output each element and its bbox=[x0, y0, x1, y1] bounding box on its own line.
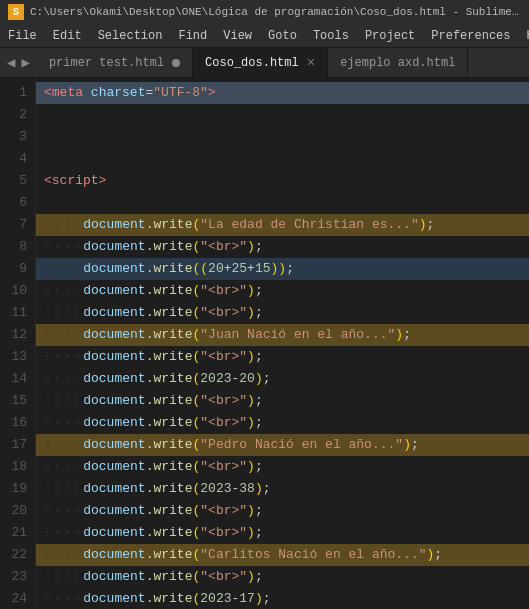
ln-18: 18 bbox=[10, 456, 27, 478]
code-line-6 bbox=[36, 192, 529, 214]
title-bar: S C:\Users\Okami\Desktop\ONE\Lógica de p… bbox=[0, 0, 529, 24]
code-line-3 bbox=[36, 126, 529, 148]
ln-23: 23 bbox=[10, 566, 27, 588]
tab-primer-dot bbox=[172, 59, 180, 67]
tab-coso-label: Coso_dos.html bbox=[205, 56, 299, 70]
menu-project[interactable]: Project bbox=[357, 24, 423, 47]
ln-20: 20 bbox=[10, 500, 27, 522]
menu-find[interactable]: Find bbox=[170, 24, 215, 47]
code-line-2 bbox=[36, 104, 529, 126]
code-line-17: ····document.write("Pedro Nació en el añ… bbox=[36, 434, 529, 456]
code-editor[interactable]: <meta charset="UTF-8"> <script> ····docu… bbox=[36, 78, 529, 609]
ln-24: 24 bbox=[10, 588, 27, 609]
nav-back-arrow[interactable]: ◀ bbox=[4, 54, 18, 71]
ln-11: 11 bbox=[10, 302, 27, 324]
nav-arrows: ◀ ▶ bbox=[0, 48, 37, 77]
code-line-21: ····document.write("<br>"); bbox=[36, 522, 529, 544]
code-line-19: ····document.write(2023-38); bbox=[36, 478, 529, 500]
ln-3: 3 bbox=[10, 126, 27, 148]
menu-help[interactable]: Help bbox=[519, 24, 529, 47]
tab-primer-test[interactable]: primer test.html bbox=[37, 48, 193, 77]
menu-edit[interactable]: Edit bbox=[45, 24, 90, 47]
code-line-5: <script> bbox=[36, 170, 529, 192]
ln-1: 1 bbox=[10, 82, 27, 104]
code-line-13: ····document.write("<br>"); bbox=[36, 346, 529, 368]
line-numbers: 1 2 3 4 5 6 7 8 9 10 11 12 13 14 15 16 1… bbox=[0, 78, 36, 609]
tab-primer-label: primer test.html bbox=[49, 56, 164, 70]
code-line-8: ····document.write("<br>"); bbox=[36, 236, 529, 258]
ln-13: 13 bbox=[10, 346, 27, 368]
ln-17: 17 bbox=[10, 434, 27, 456]
ln-16: 16 bbox=[10, 412, 27, 434]
menu-selection[interactable]: Selection bbox=[90, 24, 171, 47]
tab-ejemplo-axd[interactable]: ejemplo axd.html bbox=[328, 48, 468, 77]
ln-10: 10 bbox=[10, 280, 27, 302]
code-line-23: ····document.write("<br>"); bbox=[36, 566, 529, 588]
tab-close-button[interactable]: × bbox=[307, 56, 315, 70]
editor: 1 2 3 4 5 6 7 8 9 10 11 12 13 14 15 16 1… bbox=[0, 78, 529, 609]
ln-22: 22 bbox=[10, 544, 27, 566]
ln-5: 5 bbox=[10, 170, 27, 192]
code-line-22: ····document.write("Carlitos Nació en el… bbox=[36, 544, 529, 566]
ln-14: 14 bbox=[10, 368, 27, 390]
code-line-18: ····document.write("<br>"); bbox=[36, 456, 529, 478]
tab-bar: ◀ ▶ primer test.html Coso_dos.html × eje… bbox=[0, 48, 529, 78]
menu-bar: File Edit Selection Find View Goto Tools… bbox=[0, 24, 529, 48]
window-title: C:\Users\Okami\Desktop\ONE\Lógica de pro… bbox=[30, 6, 521, 18]
ln-4: 4 bbox=[10, 148, 27, 170]
ln-7: 7 bbox=[10, 214, 27, 236]
ln-12: 12 bbox=[10, 324, 27, 346]
ln-15: 15 bbox=[10, 390, 27, 412]
ln-8: 8 bbox=[10, 236, 27, 258]
ln-6: 6 bbox=[10, 192, 27, 214]
code-line-1: <meta charset="UTF-8"> bbox=[36, 82, 529, 104]
ln-2: 2 bbox=[10, 104, 27, 126]
code-line-11: ····document.write("<br>"); bbox=[36, 302, 529, 324]
tab-ejemplo-label: ejemplo axd.html bbox=[340, 56, 455, 70]
menu-preferences[interactable]: Preferences bbox=[423, 24, 518, 47]
ln-21: 21 bbox=[10, 522, 27, 544]
ln-9: 9 bbox=[10, 258, 27, 280]
menu-goto[interactable]: Goto bbox=[260, 24, 305, 47]
ln-19: 19 bbox=[10, 478, 27, 500]
code-line-20: ····document.write("<br>"); bbox=[36, 500, 529, 522]
code-line-14: ····document.write(2023-20); bbox=[36, 368, 529, 390]
code-line-4 bbox=[36, 148, 529, 170]
code-line-9: ····document.write((20+25+15)); bbox=[36, 258, 529, 280]
menu-tools[interactable]: Tools bbox=[305, 24, 357, 47]
code-line-16: ····document.write("<br>"); bbox=[36, 412, 529, 434]
code-line-15: ····document.write("<br>"); bbox=[36, 390, 529, 412]
code-line-10: ····document.write("<br>"); bbox=[36, 280, 529, 302]
menu-file[interactable]: File bbox=[0, 24, 45, 47]
code-line-7: ····document.write("La edad de Christian… bbox=[36, 214, 529, 236]
nav-forward-arrow[interactable]: ▶ bbox=[18, 54, 32, 71]
tab-coso-dos[interactable]: Coso_dos.html × bbox=[193, 48, 328, 77]
app-icon: S bbox=[8, 4, 24, 20]
code-line-24: ····document.write(2023-17); bbox=[36, 588, 529, 609]
code-line-12: ····document.write("Juan Nació en el año… bbox=[36, 324, 529, 346]
menu-view[interactable]: View bbox=[215, 24, 260, 47]
